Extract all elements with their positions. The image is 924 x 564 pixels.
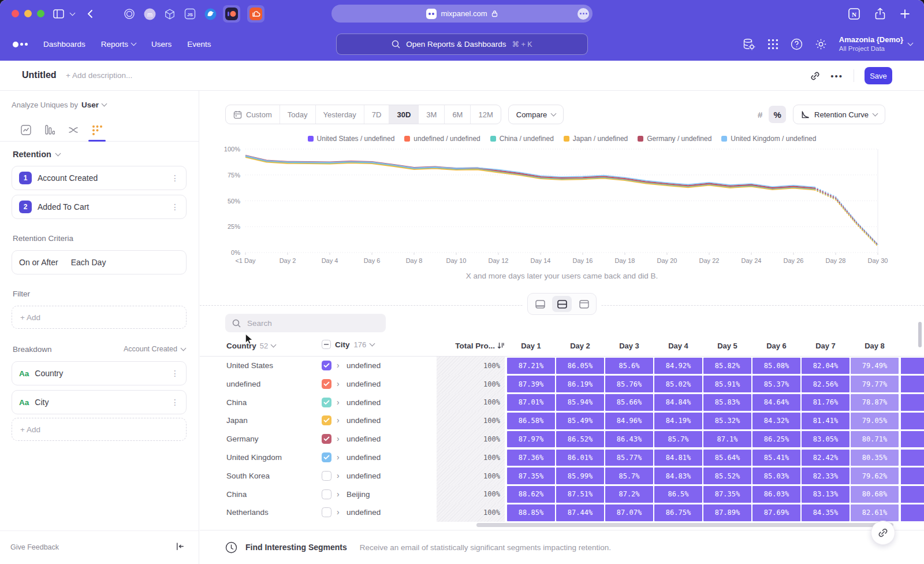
target-icon[interactable] [122, 6, 137, 21]
legend-item[interactable]: Germany / undefined [638, 135, 711, 143]
settings-gear-icon[interactable] [815, 38, 827, 50]
bird-icon[interactable] [203, 6, 218, 21]
kebab-menu-icon[interactable]: ⋮ [171, 202, 179, 212]
select-all-checkbox[interactable] [322, 340, 331, 349]
compare-button[interactable]: Compare [508, 105, 564, 124]
segments-title[interactable]: Find Interesting Segments [245, 543, 347, 552]
expand-row-icon[interactable]: › [337, 375, 340, 392]
url-options-icon[interactable] [578, 8, 589, 20]
day-column-header[interactable]: Day 2 [556, 342, 604, 350]
back-icon[interactable] [83, 6, 98, 21]
day-column-header[interactable]: Day 1 [507, 342, 555, 350]
breakdown-country[interactable]: Aa Country ⋮ [12, 361, 187, 385]
mixpanel-app-icon[interactable] [223, 5, 240, 23]
view-compact-icon[interactable] [530, 296, 550, 312]
row-checkbox-checked[interactable] [322, 398, 331, 407]
chevron-down-icon[interactable] [68, 6, 77, 21]
share-link-fab[interactable] [871, 521, 895, 545]
day-column-header[interactable]: Day 6 [752, 342, 800, 350]
day-column-header[interactable]: Day 7 [802, 342, 850, 350]
notion-icon[interactable]: N [848, 8, 860, 20]
expand-row-icon[interactable]: › [337, 411, 340, 429]
expand-row-icon[interactable]: › [337, 357, 340, 374]
window-controls[interactable] [12, 10, 44, 17]
day-column-header[interactable]: Day 5 [703, 342, 751, 350]
row-checkbox-checked[interactable] [322, 452, 331, 462]
expand-row-icon[interactable]: › [337, 503, 340, 521]
range-6m[interactable]: 6M [444, 105, 470, 124]
nav-dashboards[interactable]: Dashboards [43, 40, 85, 49]
expand-row-icon[interactable]: › [337, 430, 340, 447]
row-checkbox-checked[interactable] [322, 379, 331, 389]
analyze-value[interactable]: User [81, 101, 99, 109]
criteria-each-day[interactable]: Each Day [71, 258, 106, 267]
row-checkbox-checked[interactable] [322, 434, 331, 444]
percent-toggle[interactable]: % [769, 106, 786, 123]
expand-row-icon[interactable]: › [337, 467, 340, 484]
share-icon[interactable] [874, 8, 886, 20]
tab-insights-icon[interactable] [19, 123, 33, 137]
collapse-sidebar-icon[interactable] [175, 541, 185, 551]
chart-type-dropdown[interactable]: Retention Curve [793, 105, 885, 124]
retention-chart[interactable]: 0%25%50%75%100%<1 DayDay 2Day 4Day 6Day … [200, 145, 924, 268]
day-column-header[interactable]: Day 8 [851, 342, 899, 350]
copy-link-icon[interactable] [810, 71, 820, 81]
range-custom[interactable]: Custom [226, 105, 280, 124]
view-split-icon[interactable] [552, 296, 572, 312]
add-breakdown-button[interactable]: + Add [12, 418, 187, 441]
minimize-window-icon[interactable] [24, 10, 32, 17]
city-column-header[interactable]: City 176 [322, 340, 374, 349]
nav-events[interactable]: Events [187, 40, 211, 49]
mixpanel-logo-icon[interactable] [13, 42, 28, 47]
row-checkbox[interactable] [322, 471, 331, 481]
day-column-header[interactable]: Day 3 [605, 342, 653, 350]
view-table-icon[interactable] [574, 296, 594, 312]
range-3m[interactable]: 3M [418, 105, 444, 124]
range-12m[interactable]: 12M [470, 105, 500, 124]
legend-item[interactable]: undefined / undefined [404, 135, 480, 143]
count-toggle[interactable]: # [751, 106, 769, 123]
add-description[interactable]: + Add description... [66, 71, 132, 80]
step-account-created[interactable]: 1 Account Created ⋮ [12, 166, 187, 190]
sidebar-toggle-icon[interactable] [51, 6, 66, 21]
day-column-header[interactable]: Day 4 [654, 342, 702, 350]
js-icon[interactable]: JS [182, 6, 198, 21]
nav-reports[interactable]: Reports [101, 40, 136, 49]
kebab-menu-icon[interactable]: ⋮ [171, 173, 179, 183]
soundcloud-icon[interactable] [247, 5, 264, 23]
expand-row-icon[interactable]: › [337, 485, 340, 503]
give-feedback-link[interactable]: Give Feedback [10, 543, 59, 551]
nav-users[interactable]: Users [151, 40, 172, 49]
report-title[interactable]: Untitled [22, 70, 57, 80]
avatar-m-icon[interactable]: m [142, 6, 157, 21]
data-management-icon[interactable] [742, 38, 755, 51]
more-options-icon[interactable]: ••• [830, 71, 843, 81]
range-yesterday[interactable]: Yesterday [315, 105, 364, 124]
tab-funnels-icon[interactable] [43, 123, 57, 137]
expand-row-icon[interactable]: › [337, 394, 340, 411]
add-filter-button[interactable]: + Add [12, 306, 187, 329]
row-checkbox-checked[interactable] [322, 415, 331, 425]
range-today[interactable]: Today [280, 105, 315, 124]
country-column-header[interactable]: Country 52 [226, 342, 275, 350]
legend-item[interactable]: United Kingdom / undefined [721, 135, 816, 143]
url-bar[interactable]: mixpanel.com [331, 5, 593, 23]
help-icon[interactable] [791, 38, 803, 50]
kebab-menu-icon[interactable]: ⋮ [171, 369, 179, 378]
cube-icon[interactable] [162, 6, 177, 21]
maximize-window-icon[interactable] [37, 10, 44, 17]
breakdown-city[interactable]: Aa City ⋮ [12, 390, 187, 414]
legend-item[interactable]: China / undefined [490, 135, 554, 143]
save-button[interactable]: Save [865, 67, 892, 84]
table-search[interactable] [225, 314, 386, 332]
row-checkbox[interactable] [322, 507, 331, 517]
kebab-menu-icon[interactable]: ⋮ [171, 398, 179, 407]
project-switcher[interactable]: Amazonia {Demo} All Project Data [839, 35, 912, 53]
legend-item[interactable]: United States / undefined [308, 135, 395, 143]
criteria-on-or-after[interactable]: On or After [19, 258, 58, 267]
analyze-uniques-control[interactable]: Analyze Uniques by User [12, 101, 106, 109]
row-checkbox-checked[interactable] [322, 361, 331, 370]
row-checkbox[interactable] [322, 489, 331, 499]
new-tab-icon[interactable] [900, 9, 910, 19]
expand-row-icon[interactable]: › [337, 448, 340, 466]
